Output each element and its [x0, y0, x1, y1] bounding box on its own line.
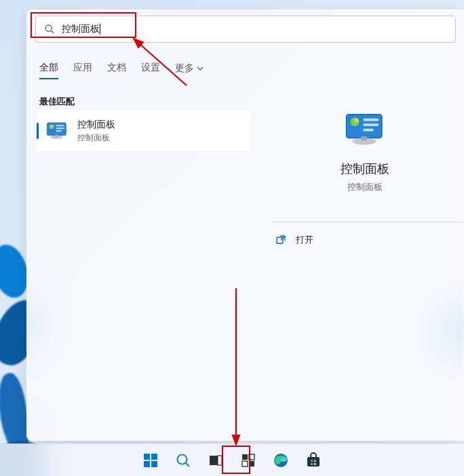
start-button[interactable] — [137, 447, 164, 474]
action-open-label: 打开 — [296, 234, 313, 246]
preview-pane: 控制面板 控制面板 — [263, 85, 464, 207]
search-icon — [175, 452, 191, 469]
svg-rect-2 — [47, 123, 66, 136]
control-panel-icon-large — [345, 109, 385, 150]
tab-more-label: 更多 — [175, 62, 194, 75]
result-subtitle: 控制面板 — [77, 132, 115, 144]
svg-rect-12 — [364, 123, 379, 126]
svg-point-0 — [45, 25, 52, 31]
svg-rect-18 — [151, 454, 157, 460]
open-icon — [275, 235, 286, 245]
svg-rect-25 — [242, 454, 248, 460]
control-panel-icon — [46, 121, 68, 140]
widgets-button[interactable] — [235, 447, 262, 474]
taskview-button[interactable] — [202, 447, 229, 474]
preview-subtitle: 控制面板 — [277, 181, 453, 193]
svg-rect-26 — [249, 454, 254, 460]
svg-rect-15 — [362, 136, 367, 140]
widgets-icon — [240, 452, 256, 469]
search-button[interactable] — [170, 447, 197, 474]
svg-rect-5 — [56, 127, 64, 129]
svg-rect-4 — [56, 125, 64, 126]
selection-indicator — [37, 123, 39, 139]
svg-rect-11 — [364, 119, 379, 121]
svg-point-21 — [178, 454, 187, 464]
svg-line-22 — [186, 462, 189, 466]
svg-rect-24 — [218, 456, 222, 465]
start-search-panel: 控制面板 全部 应用 文档 设置 更多 最佳匹配 — [26, 9, 464, 441]
tab-apps[interactable]: 应用 — [73, 62, 92, 79]
svg-rect-32 — [314, 460, 316, 462]
svg-line-1 — [51, 31, 54, 33]
best-match-label: 最佳匹配 — [39, 96, 75, 108]
taskbar — [0, 443, 464, 476]
svg-rect-30 — [307, 457, 320, 467]
tab-more[interactable]: 更多 — [175, 62, 204, 79]
search-filter-tabs: 全部 应用 文档 设置 更多 — [39, 62, 204, 79]
svg-rect-34 — [314, 462, 316, 464]
tab-documents[interactable]: 文档 — [107, 62, 126, 79]
svg-rect-17 — [144, 454, 150, 460]
preview-title: 控制面板 — [277, 161, 453, 177]
result-title: 控制面板 — [77, 119, 115, 131]
result-item-control-panel[interactable]: 控制面板 控制面板 — [37, 111, 251, 151]
search-icon — [44, 24, 55, 35]
chevron-down-icon — [197, 65, 204, 72]
svg-rect-8 — [55, 134, 58, 136]
action-open[interactable]: 打开 — [271, 231, 317, 249]
edge-button[interactable] — [267, 447, 294, 474]
svg-rect-31 — [311, 460, 313, 462]
windows-icon — [142, 452, 159, 469]
svg-rect-20 — [151, 461, 157, 467]
svg-rect-13 — [364, 129, 374, 132]
store-icon — [305, 452, 322, 469]
svg-rect-33 — [311, 462, 313, 464]
divider — [271, 222, 464, 222]
search-input-container[interactable]: 控制面板 — [35, 16, 456, 43]
tab-settings[interactable]: 设置 — [141, 62, 160, 79]
svg-rect-28 — [249, 461, 254, 467]
svg-rect-6 — [56, 130, 62, 132]
tab-all[interactable]: 全部 — [39, 62, 58, 79]
store-button[interactable] — [300, 447, 327, 474]
svg-rect-23 — [210, 456, 218, 465]
edge-icon — [273, 452, 289, 469]
search-input-text: 控制面板 — [62, 23, 100, 35]
svg-rect-16 — [277, 237, 283, 243]
svg-rect-27 — [242, 461, 248, 467]
svg-rect-19 — [144, 461, 150, 467]
taskview-icon — [208, 452, 224, 469]
